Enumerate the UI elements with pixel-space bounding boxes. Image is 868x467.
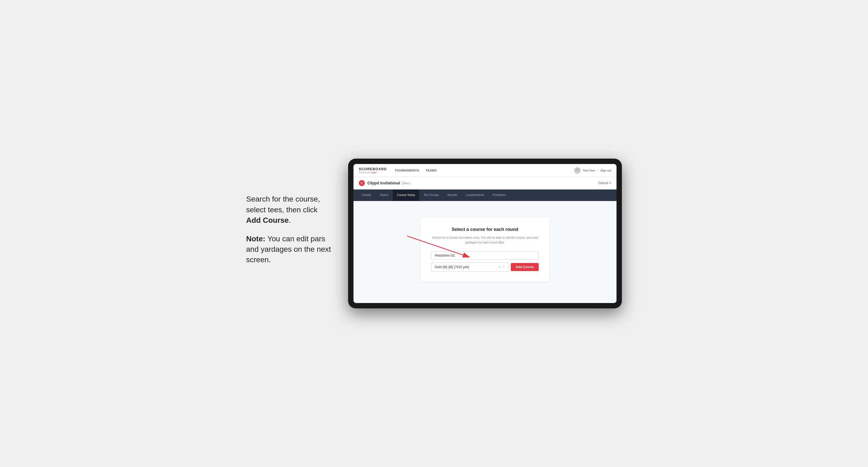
annotation-bold: Add Course xyxy=(246,216,289,224)
clear-icon[interactable]: × xyxy=(499,265,501,269)
card-title: Select a course for each round xyxy=(431,227,539,232)
tournament-title: Clippd Invitational xyxy=(367,181,400,185)
tee-select-row: Gold (M) (M) (7010 yds) × ⌄ Add Course xyxy=(431,262,539,272)
tournament-icon: C xyxy=(359,180,365,186)
separator: | xyxy=(597,169,598,172)
add-course-button[interactable]: Add Course xyxy=(511,263,539,271)
tablet-wrapper: SCOREBOARD Powered by clippd TOURNAMENTS… xyxy=(348,159,622,308)
tablet-screen: SCOREBOARD Powered by clippd TOURNAMENTS… xyxy=(353,164,617,303)
app-logo: SCOREBOARD Powered by clippd xyxy=(359,167,387,174)
tab-teams[interactable]: Teams xyxy=(375,189,393,201)
tab-results[interactable]: Results xyxy=(443,189,462,201)
tee-select[interactable]: Gold (M) (M) (7010 yds) × ⌄ xyxy=(431,262,508,272)
annotation-line1: Search for the course, select tees, then… xyxy=(246,195,320,214)
navbar: SCOREBOARD Powered by clippd TOURNAMENTS… xyxy=(353,164,617,177)
course-card: Select a course for each round Search fo… xyxy=(421,217,550,281)
user-name: Test User xyxy=(583,169,595,172)
annotation-note: Note: xyxy=(246,235,267,243)
tee-select-icons: × ⌄ xyxy=(499,265,505,269)
user-avatar: T xyxy=(574,167,581,174)
user-area: T Test User | Sign out xyxy=(574,167,611,174)
tab-leaderboards[interactable]: Leaderboards xyxy=(462,189,489,201)
nav-teams[interactable]: TEAMS xyxy=(426,168,437,173)
logo-subtitle: Powered by clippd xyxy=(359,171,387,174)
tab-bar: Details Teams Course Setup Tee Groups Re… xyxy=(353,189,617,201)
tournament-header: C Clippd Invitational (Men) Cancel × xyxy=(353,177,617,189)
logo-title: SCOREBOARD xyxy=(359,167,387,171)
cancel-icon: × xyxy=(609,181,611,185)
main-content: Select a course for each round Search fo… xyxy=(353,201,617,303)
cancel-button[interactable]: Cancel × xyxy=(598,181,611,185)
card-description: Search for a course and select a tee. Yo… xyxy=(431,236,539,245)
nav-links: TOURNAMENTS TEAMS xyxy=(395,168,574,173)
annotation-text: Search for the course, select tees, then… xyxy=(246,194,332,273)
tablet-device: SCOREBOARD Powered by clippd TOURNAMENTS… xyxy=(348,159,622,308)
signout-link[interactable]: Sign out xyxy=(600,169,611,172)
tournament-subtitle: (Men) xyxy=(402,181,411,185)
chevron-icon: ⌄ xyxy=(502,265,505,269)
tab-tee-groups[interactable]: Tee Groups xyxy=(419,189,443,201)
nav-tournaments[interactable]: TOURNAMENTS xyxy=(395,168,419,173)
course-search-input[interactable] xyxy=(431,251,539,260)
tab-course-setup[interactable]: Course Setup xyxy=(393,189,419,201)
tab-details[interactable]: Details xyxy=(358,189,375,201)
tab-printables[interactable]: Printables xyxy=(489,189,510,201)
tee-select-value: Gold (M) (M) (7010 yds) xyxy=(435,265,469,269)
